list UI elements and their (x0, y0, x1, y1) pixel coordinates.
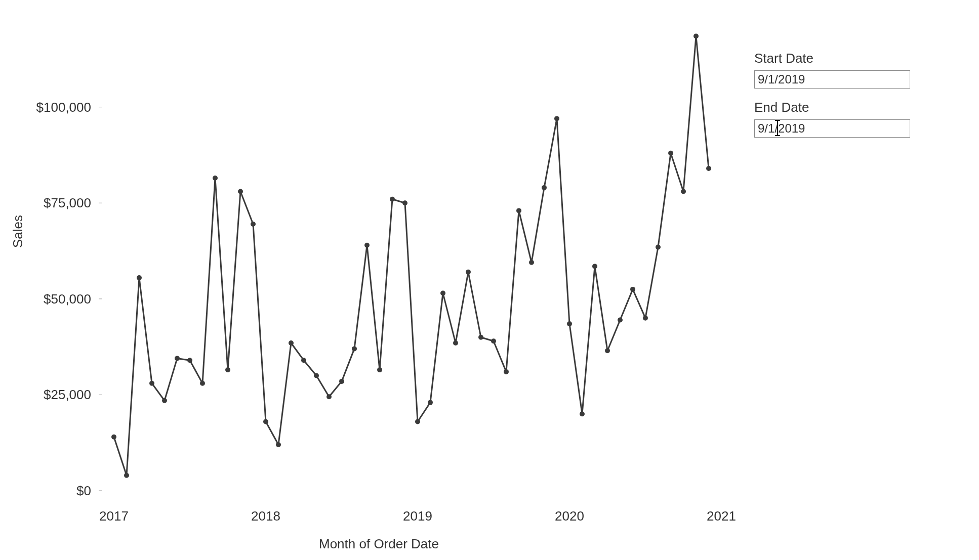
data-point[interactable] (175, 356, 180, 361)
data-point[interactable] (137, 275, 142, 280)
data-point[interactable] (377, 367, 382, 372)
series-line (114, 36, 709, 475)
end-date-group: End Date (754, 100, 916, 138)
plot-area (99, 30, 737, 501)
x-tick-label: 2021 (707, 508, 736, 524)
data-point[interactable] (630, 287, 635, 292)
data-point[interactable] (364, 243, 370, 248)
data-point[interactable] (339, 379, 344, 384)
data-point[interactable] (200, 381, 205, 386)
data-point[interactable] (440, 291, 445, 296)
start-date-label: Start Date (754, 51, 916, 66)
data-point[interactable] (314, 373, 319, 378)
sales-line-chart: Sales Month of Order Date $0$25,000$50,0… (0, 0, 749, 560)
start-date-group: Start Date (754, 51, 916, 89)
data-point[interactable] (251, 222, 256, 227)
data-point[interactable] (554, 116, 559, 121)
x-tick-label: 2019 (403, 508, 432, 524)
data-point[interactable] (301, 358, 306, 363)
data-point[interactable] (618, 318, 623, 323)
data-point[interactable] (681, 189, 686, 194)
data-point[interactable] (504, 369, 509, 374)
x-tick-label: 2018 (251, 508, 280, 524)
y-tick-label: $0 (76, 483, 91, 499)
data-point[interactable] (402, 200, 407, 205)
x-tick-label: 2017 (99, 508, 129, 524)
data-point[interactable] (111, 435, 116, 440)
x-axis-label: Month of Order Date (319, 536, 439, 552)
data-point[interactable] (124, 473, 129, 478)
data-point[interactable] (694, 33, 699, 38)
data-point[interactable] (516, 208, 521, 213)
data-point[interactable] (149, 381, 154, 386)
data-point[interactable] (656, 245, 661, 250)
data-point[interactable] (225, 367, 230, 372)
data-point[interactable] (592, 264, 597, 269)
x-tick-label: 2020 (555, 508, 584, 524)
data-point[interactable] (643, 316, 648, 321)
start-date-input[interactable] (754, 70, 910, 89)
date-filter-panel: Start Date End Date (754, 51, 916, 149)
y-tick-label: $50,000 (44, 291, 91, 307)
data-point[interactable] (276, 442, 281, 447)
data-point[interactable] (668, 151, 673, 156)
y-axis-label: Sales (10, 215, 26, 248)
data-point[interactable] (478, 335, 483, 340)
data-point[interactable] (327, 394, 332, 399)
x-axis-ticks: 20172018201920202021 (0, 508, 749, 529)
data-point[interactable] (213, 176, 218, 181)
y-tick-label: $100,000 (36, 99, 91, 115)
data-point[interactable] (289, 340, 294, 346)
data-point[interactable] (466, 270, 471, 275)
y-tick-label: $75,000 (44, 195, 91, 211)
data-point[interactable] (706, 166, 711, 171)
data-point[interactable] (352, 346, 357, 351)
end-date-label: End Date (754, 100, 916, 115)
data-point[interactable] (415, 419, 420, 424)
data-point[interactable] (567, 321, 572, 326)
data-point[interactable] (428, 400, 433, 405)
data-point[interactable] (605, 348, 610, 353)
data-point[interactable] (162, 398, 167, 403)
y-tick-label: $25,000 (44, 387, 91, 403)
data-point[interactable] (491, 338, 496, 343)
y-axis-ticks: $0$25,000$50,000$75,000$100,000 (25, 0, 91, 506)
data-point[interactable] (390, 197, 395, 202)
data-point[interactable] (187, 358, 192, 363)
data-point[interactable] (238, 189, 243, 194)
data-point[interactable] (453, 340, 458, 346)
end-date-input[interactable] (754, 119, 910, 138)
data-point[interactable] (263, 419, 268, 424)
data-point[interactable] (529, 260, 534, 265)
data-point[interactable] (542, 185, 547, 190)
data-point[interactable] (580, 411, 585, 416)
